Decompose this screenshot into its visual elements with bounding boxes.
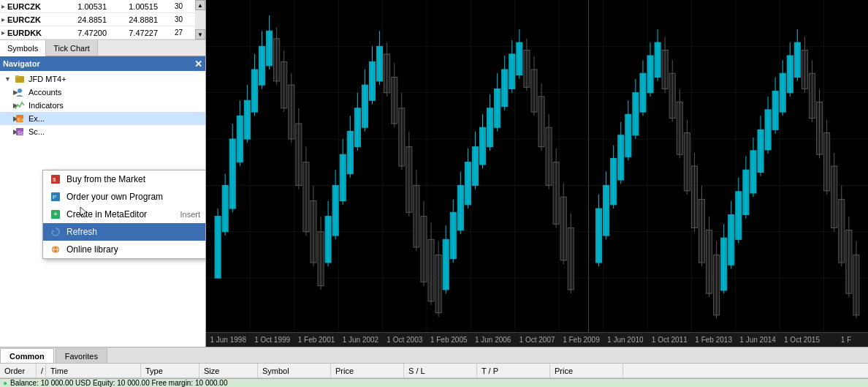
- svg-rect-1: [15, 75, 19, 78]
- order-col-size: Size: [199, 364, 258, 377]
- nav-item-scripts[interactable]: ▶ Sc Sc...: [0, 125, 205, 138]
- time-label-4: 1 Jun 2002: [338, 336, 382, 344]
- diff-val: 27: [161, 29, 183, 37]
- order-col-symbol: Symbol: [258, 364, 331, 377]
- order-col-price2: Price: [550, 364, 623, 377]
- ctx-order-label: Order your own Program: [66, 192, 163, 202]
- nav-indicators-label: Indicators: [28, 101, 64, 110]
- common-tab-label: Common: [9, 352, 45, 361]
- order-col-order: Order: [0, 364, 37, 377]
- indicators-icon: [15, 100, 26, 110]
- navigator-close-btn[interactable]: ✕: [194, 59, 202, 69]
- row-dot: ▸: [1, 2, 5, 10]
- nav-item-jfd[interactable]: ▼ JFD MT4+: [0, 72, 205, 86]
- svg-text:Sc: Sc: [18, 130, 24, 135]
- nav-ea-label: Ex...: [28, 114, 45, 123]
- order-icon: P: [49, 190, 62, 203]
- context-menu: $ Buy from the Market P Order your own P…: [42, 170, 205, 259]
- chart-area: 1 Jun 1998 1 Oct 1999 1 Feb 2001 1 Jun 2…: [206, 0, 868, 347]
- svg-point-2: [18, 89, 22, 93]
- svg-text:Ex: Ex: [18, 117, 24, 122]
- symbol-label: EURDKK: [7, 29, 58, 37]
- scroll-down-btn[interactable]: ▼: [195, 29, 205, 40]
- nav-jfd-label: JFD MT4+: [28, 75, 66, 83]
- ctx-order-program[interactable]: P Order your own Program: [43, 188, 205, 206]
- time-label-10: 1 Jun 2010: [604, 336, 647, 344]
- expand-icon: ▶: [4, 115, 15, 122]
- symbol-label: EURCZK: [7, 15, 58, 24]
- nav-item-ea[interactable]: ▶ Ex Ex...: [0, 112, 205, 125]
- time-label-9: 1 Feb 2009: [559, 336, 603, 344]
- time-label-1: 1 Jun 1998: [206, 336, 250, 344]
- ctx-online-label: Online library: [66, 244, 118, 255]
- expand-icon: ▶: [4, 128, 15, 135]
- bottom-tabs-bar: Common Favorites: [0, 347, 868, 364]
- watchlist-row-eurdkk[interactable]: ▸ EURCZK 24.8851 24.8881 30: [0, 13, 195, 26]
- ea-icon: Ex: [15, 113, 26, 124]
- nav-item-indicators[interactable]: ▶ Indicators: [0, 99, 205, 112]
- ctx-refresh-label: Refresh: [66, 227, 97, 237]
- scroll-up-btn[interactable]: ▲: [195, 0, 205, 10]
- top-tabs-bar: Symbols Tick Chart: [0, 40, 205, 56]
- left-panel: ▸ EURCZK 1.00531 1.00515 30 ▸ EURCZK 24.…: [0, 0, 206, 347]
- refresh-icon: [49, 225, 62, 238]
- watchlist-row-eurdkk2[interactable]: ▸ EURDKK 7.47200 7.47227 27: [0, 26, 195, 40]
- accounts-icon: [15, 87, 26, 97]
- expand-icon: ▶: [4, 102, 15, 109]
- online-icon: [49, 243, 62, 256]
- svg-marker-13: [52, 230, 55, 233]
- watchlist: ▸ EURCZK 1.00531 1.00515 30 ▸ EURCZK 24.…: [0, 0, 205, 40]
- expand-icon: ▼: [4, 75, 15, 83]
- diff-val: 30: [161, 2, 183, 10]
- ctx-buy-market[interactable]: $ Buy from the Market: [43, 170, 205, 188]
- nav-item-accounts[interactable]: ▶ Accounts: [0, 86, 205, 99]
- ask-val: 24.8881: [110, 15, 161, 24]
- svg-text:+: +: [53, 210, 58, 218]
- order-col-type: Type: [141, 364, 199, 377]
- bid-val: 7.47200: [58, 29, 110, 37]
- ctx-refresh[interactable]: Refresh: [43, 223, 205, 241]
- time-label-3: 1 Feb 2001: [294, 336, 338, 344]
- order-col-slash: /: [37, 364, 46, 377]
- buy-icon: $: [49, 173, 62, 186]
- ctx-create-editor[interactable]: + Create in MetaEditor Insert: [43, 206, 205, 223]
- status-dot: ●: [3, 379, 7, 387]
- nav-accounts-label: Accounts: [28, 88, 61, 97]
- favorites-tab-label: Favorites: [65, 352, 98, 361]
- navigator-header: Navigator ✕: [0, 56, 205, 71]
- orders-header: Order / Time Type Size Symbol Price S / …: [0, 364, 868, 378]
- time-label-15: 1 F: [824, 336, 868, 344]
- ctx-buy-label: Buy from the Market: [66, 174, 145, 184]
- status-bar: ● Balance: 10 000.00 USD Equity: 10 000.…: [0, 378, 868, 387]
- order-col-tp: T / P: [477, 364, 550, 377]
- create-icon: +: [49, 208, 62, 221]
- diff-val: 30: [161, 15, 183, 23]
- time-label-2: 1 Oct 1999: [250, 336, 294, 344]
- tab-symbols[interactable]: Symbols: [0, 40, 46, 56]
- watchlist-row-eurczk[interactable]: ▸ EURCZK 1.00531 1.00515 30: [0, 0, 195, 13]
- time-label-11: 1 Oct 2011: [647, 336, 691, 344]
- time-label-6: 1 Feb 2005: [427, 336, 471, 344]
- navigator-title: Navigator: [3, 59, 40, 68]
- bottom-tab-common[interactable]: Common: [0, 348, 54, 363]
- time-label-8: 1 Oct 2007: [515, 336, 559, 344]
- chart-time-axis: 1 Jun 1998 1 Oct 1999 1 Feb 2001 1 Jun 2…: [206, 332, 868, 347]
- bottom-section: USDJPY,H1 GBPUSD,Weekly EURGBP,Daily GBP…: [0, 347, 868, 387]
- ctx-online-library[interactable]: Online library: [43, 241, 205, 258]
- row-dot: ▸: [1, 15, 5, 23]
- ctx-create-label: Create in MetaEditor: [66, 209, 147, 219]
- time-label-5: 1 Oct 2003: [383, 336, 427, 344]
- ask-val: 7.47227: [110, 29, 161, 37]
- time-label-13: 1 Jun 2014: [736, 336, 780, 344]
- bid-val: 24.8851: [58, 15, 110, 24]
- scrollbar[interactable]: ▲ ▼: [195, 0, 205, 40]
- jfd-icon: [15, 74, 26, 84]
- tab-tick-chart[interactable]: Tick Chart: [46, 40, 98, 56]
- navigator-tree: ▼ JFD MT4+ ▶ Accounts ▶ Indicators: [0, 71, 205, 347]
- order-col-price: Price: [331, 364, 404, 377]
- status-text: Balance: 10 000.00 USD Equity: 10 000.00…: [10, 379, 227, 387]
- nav-scripts-label: Sc...: [28, 127, 45, 136]
- order-col-time: Time: [46, 364, 141, 377]
- scripts-icon: Sc: [15, 127, 26, 137]
- bottom-tab-favorites[interactable]: Favorites: [56, 348, 107, 363]
